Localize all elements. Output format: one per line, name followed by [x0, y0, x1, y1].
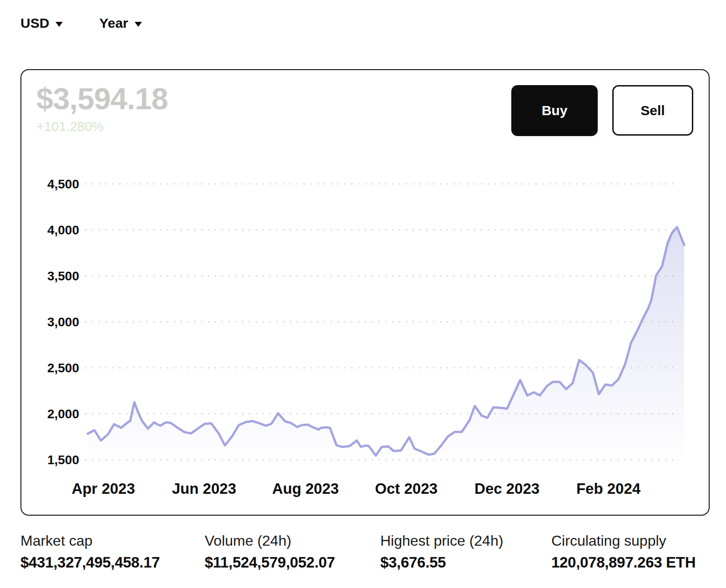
stat-value: $431,327,495,458.17: [20, 554, 160, 571]
stat-value: 120,078,897.263 ETH: [551, 554, 696, 571]
y-axis-tick-label: 4,000: [47, 223, 79, 237]
y-axis-tick-label: 2,000: [47, 407, 79, 421]
stat-label: Market cap: [20, 532, 160, 549]
currency-dropdown[interactable]: USD: [20, 15, 63, 31]
price-chart: 4,5004,0003,5003,0002,5002,0001,500Apr 2…: [21, 70, 708, 514]
stat-circulating-supply: Circulating supply 120,078,897.263 ETH: [551, 532, 696, 571]
currency-dropdown-label: USD: [20, 15, 49, 31]
y-axis-tick-label: 3,000: [47, 315, 79, 329]
x-axis-tick-label: Jun 2023: [172, 480, 236, 497]
x-axis-tick-label: Oct 2023: [375, 480, 438, 497]
x-axis-tick-label: Feb 2024: [576, 480, 641, 497]
y-axis-tick-label: 3,500: [47, 269, 79, 283]
page: USD Year $3,594.18 +101.280% Buy Sell 4,…: [0, 0, 726, 588]
range-dropdown-label: Year: [99, 15, 128, 31]
chevron-down-icon: [55, 22, 63, 27]
stat-label: Circulating supply: [551, 532, 696, 549]
y-axis-tick-label: 1,500: [47, 453, 79, 467]
chevron-down-icon: [135, 22, 142, 27]
stat-value: $3,676.55: [380, 554, 503, 571]
x-axis-tick-label: Aug 2023: [272, 480, 339, 497]
stat-label: Volume (24h): [205, 532, 335, 549]
stat-highest-price-24h: Highest price (24h) $3,676.55: [380, 532, 503, 571]
stats-row: Market cap $431,327,495,458.17 Volume (2…: [20, 532, 710, 583]
y-axis-tick-label: 2,500: [47, 361, 79, 375]
stat-volume-24h: Volume (24h) $11,524,579,052.07: [205, 532, 335, 571]
toolbar: USD Year: [20, 15, 142, 31]
stat-label: Highest price (24h): [380, 532, 503, 549]
x-axis-tick-label: Dec 2023: [474, 480, 539, 497]
x-axis-tick-label: Apr 2023: [71, 480, 135, 497]
y-axis-tick-label: 4,500: [47, 177, 79, 191]
price-card: $3,594.18 +101.280% Buy Sell 4,5004,0003…: [20, 69, 710, 516]
range-dropdown[interactable]: Year: [99, 15, 141, 31]
stat-value: $11,524,579,052.07: [205, 554, 335, 571]
stat-market-cap: Market cap $431,327,495,458.17: [20, 532, 160, 571]
